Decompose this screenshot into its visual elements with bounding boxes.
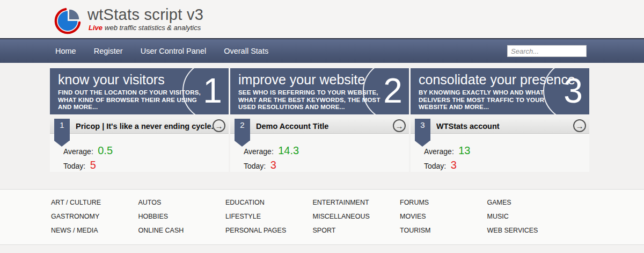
arrow-right-icon: →: [215, 121, 223, 131]
search-input[interactable]: [507, 45, 587, 57]
main-content: know your visitors FIND OUT THE LOCATION…: [0, 63, 644, 189]
category-link-movies[interactable]: MOVIES: [400, 213, 487, 220]
nav-item-user-control-panel[interactable]: User Control Panel: [135, 47, 213, 55]
average-line: Average: 14.3: [244, 144, 409, 157]
category-link-entertainment[interactable]: ENTERTAINMENT: [313, 199, 400, 206]
today-label: Today:: [244, 162, 266, 170]
go-to-stats-button[interactable]: →: [393, 119, 406, 132]
account-title: WTStats account: [436, 119, 589, 134]
account-card-3: 3 WTStats account → Average: 13 Today: 3: [411, 119, 589, 172]
today-value: 3: [270, 159, 276, 171]
today-line: Today: 3: [424, 159, 589, 171]
today-value: 5: [90, 159, 96, 171]
today-label: Today:: [424, 162, 446, 170]
category-link-sport[interactable]: SPORT: [313, 227, 400, 234]
category-link-art-culture[interactable]: ART / CULTURE: [51, 199, 138, 206]
ribbon-point: [54, 141, 69, 147]
arrow-right-icon: →: [396, 121, 404, 131]
category-grid: ART / CULTURE AUTOS EDUCATION ENTERTAINM…: [0, 190, 644, 234]
account-card-header: 3 WTStats account →: [411, 119, 589, 134]
page-header: wtStats script v3 Liveweb traffic statis…: [0, 0, 644, 38]
main-navbar: Home Register User Control Panel Overall…: [0, 38, 644, 63]
category-link-news-media[interactable]: NEWS / MEDIA: [51, 227, 138, 234]
rank-number: 1: [54, 119, 70, 141]
promo-box-consolidate-your-presence: consolidate your presence BY KNOWING EXA…: [411, 68, 589, 114]
category-link-education[interactable]: EDUCATION: [225, 199, 313, 206]
account-card-1: 1 Pricop | It's like a never ending cycl…: [50, 119, 229, 172]
rank-ribbon: 3: [415, 119, 430, 147]
account-title: Pricop | It's like a never ending cycle.: [76, 119, 229, 134]
category-link-online-cash[interactable]: ONLINE CASH: [138, 227, 226, 234]
average-line: Average: 13: [424, 144, 589, 157]
category-link-tourism[interactable]: TOURISM: [400, 227, 487, 234]
today-label: Today:: [63, 162, 85, 170]
nav-item-register[interactable]: Register: [88, 47, 129, 55]
rank-ribbon: 1: [54, 119, 70, 147]
ribbon-point: [415, 141, 430, 147]
category-link-games[interactable]: GAMES: [487, 199, 575, 206]
account-card-body: Average: 14.3 Today: 3: [230, 134, 409, 172]
go-to-stats-button[interactable]: →: [213, 119, 225, 132]
promo-description: FIND OUT THE LOCATION OF YOUR VISITORS, …: [58, 89, 202, 111]
promo-description: SEE WHO IS REFERRING TO YOUR WEBSITE, WH…: [238, 89, 382, 111]
average-label: Average:: [63, 147, 93, 156]
promo-number: 3: [564, 74, 583, 108]
account-cards-row: 1 Pricop | It's like a never ending cycl…: [50, 119, 589, 172]
category-link-autos[interactable]: AUTOS: [138, 199, 226, 206]
account-card-2: 2 Demo Account Title → Average: 14.3 Tod…: [230, 119, 409, 172]
promo-row: know your visitors FIND OUT THE LOCATION…: [50, 63, 589, 114]
category-link-music[interactable]: MUSIC: [487, 213, 575, 220]
today-line: Today: 3: [244, 159, 409, 171]
average-label: Average:: [424, 147, 454, 156]
category-link-web-services[interactable]: WEB SERVICES: [487, 227, 575, 234]
promo-number-circle: 1: [182, 68, 229, 114]
promo-description: BY KNOWING EXACTLY WHO AND WHAT DELIVERS…: [419, 89, 562, 111]
site-title: wtStats script v3: [87, 6, 203, 24]
rank-number: 3: [415, 119, 430, 141]
account-card-body: Average: 13 Today: 3: [411, 134, 589, 172]
ribbon-point: [235, 141, 250, 147]
average-line: Average: 0.5: [63, 144, 229, 157]
promo-number-circle: 2: [363, 68, 409, 114]
category-link-miscellaneous[interactable]: MISCELLANEOUS: [313, 213, 400, 220]
category-link-lifestyle[interactable]: LIFESTYLE: [225, 213, 313, 220]
category-link-gastronomy[interactable]: GASTRONOMY: [51, 213, 138, 220]
category-link-hobbies[interactable]: HOBBIES: [138, 213, 226, 220]
pie-chart-logo-icon[interactable]: [54, 4, 83, 34]
nav-item-home[interactable]: Home: [49, 47, 82, 55]
promo-box-improve-your-website: improve your website SEE WHO IS REFERRIN…: [230, 68, 409, 114]
today-value: 3: [451, 159, 457, 171]
tagline-highlight: Live: [89, 24, 103, 32]
promo-number: 1: [203, 74, 222, 108]
account-card-header: 1 Pricop | It's like a never ending cycl…: [50, 119, 229, 134]
category-link-personal-pages[interactable]: PERSONAL PAGES: [225, 227, 313, 234]
rank-ribbon: 2: [235, 119, 250, 147]
average-value: 13: [458, 144, 470, 156]
promo-box-know-your-visitors: know your visitors FIND OUT THE LOCATION…: [50, 68, 229, 114]
category-footer: ART / CULTURE AUTOS EDUCATION ENTERTAINM…: [0, 189, 644, 244]
nav-item-overall-stats[interactable]: Overall Stats: [218, 47, 274, 55]
promo-number: 2: [383, 74, 402, 108]
arrow-right-icon: →: [576, 121, 584, 131]
today-line: Today: 5: [63, 159, 229, 171]
average-value: 0.5: [98, 144, 113, 156]
average-value: 14.3: [278, 144, 299, 156]
tagline-text: web traffic statistics & analytics: [105, 24, 201, 32]
rank-number: 2: [235, 119, 250, 141]
site-tagline: Liveweb traffic statistics & analytics: [89, 24, 201, 32]
account-card-header: 2 Demo Account Title →: [230, 119, 409, 134]
promo-number-circle: 3: [543, 68, 589, 114]
average-label: Average:: [244, 147, 274, 156]
category-link-forums[interactable]: FORUMS: [400, 199, 487, 206]
go-to-stats-button[interactable]: →: [573, 119, 586, 132]
account-card-body: Average: 0.5 Today: 5: [50, 134, 229, 172]
account-title: Demo Account Title: [256, 119, 409, 134]
bottom-strip: [0, 244, 644, 253]
